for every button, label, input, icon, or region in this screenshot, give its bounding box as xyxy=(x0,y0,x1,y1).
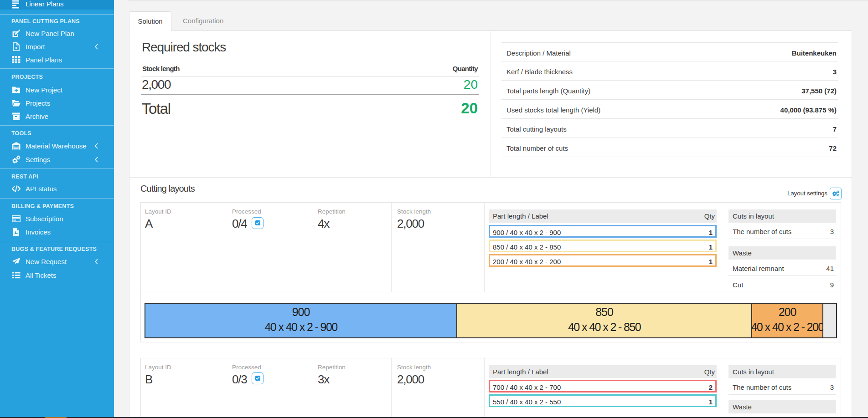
svg-text:x: x xyxy=(15,45,17,50)
